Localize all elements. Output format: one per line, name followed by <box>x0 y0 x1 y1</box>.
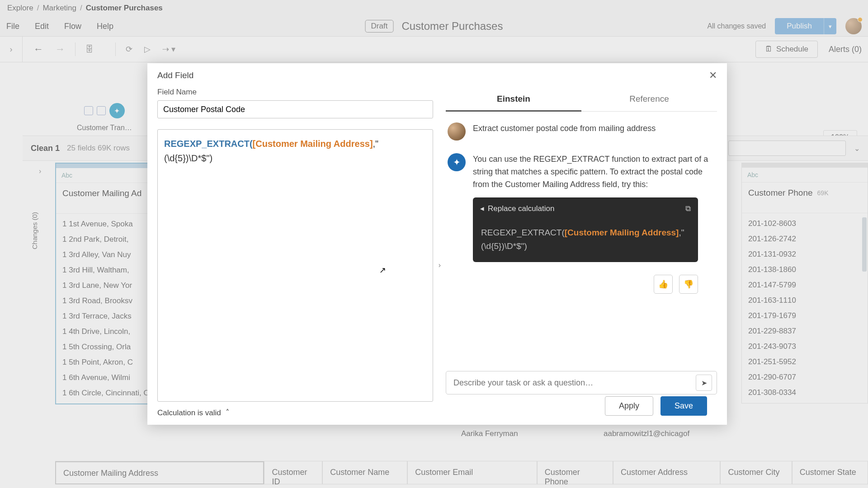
list-item[interactable]: 201-251-5952 <box>742 354 868 370</box>
nav-back-icon[interactable]: ← <box>33 43 43 55</box>
breadcrumb-explore[interactable]: Explore <box>7 4 33 13</box>
nav-forward-icon: → <box>55 43 65 55</box>
user-avatar[interactable] <box>845 18 862 34</box>
user-avatar-icon <box>448 122 466 141</box>
triangle-left-icon[interactable]: ◂ <box>480 203 484 215</box>
clean-step-icon[interactable]: ✦ <box>109 103 125 118</box>
panel-collapse-icon[interactable]: › <box>439 260 441 271</box>
list-item[interactable]: 201-126-2742 <box>742 231 868 247</box>
calendar-icon: 🗓 <box>765 45 773 54</box>
grid-cell-email: aabramowitzl1@chicagof <box>604 429 689 438</box>
field-name-label: Field Name <box>157 88 433 97</box>
type-abc-icon: Abc <box>747 171 758 178</box>
einstein-bot-icon: ✦ <box>448 153 466 171</box>
flow-node-customer-tran[interactable]: ✦ Customer Tran… <box>77 103 132 132</box>
save-status: All changes saved <box>707 22 766 30</box>
apply-button[interactable]: Apply <box>605 396 653 416</box>
copy-icon[interactable]: ⧉ <box>685 203 691 215</box>
field-name-input[interactable] <box>157 100 433 118</box>
type-abc-icon: Abc <box>61 172 72 179</box>
list-item[interactable]: 201-131-0932 <box>742 247 868 262</box>
list-item[interactable]: 201-229-8837 <box>742 324 868 339</box>
tab-reference[interactable]: Reference <box>581 88 717 112</box>
clean-step-name[interactable]: Clean 1 <box>31 144 60 153</box>
profile-search[interactable] <box>728 141 846 156</box>
list-item[interactable]: 201-102-8603 <box>742 216 868 231</box>
expand-caret-icon[interactable]: ⌄ <box>854 144 860 153</box>
col-header-customer-phone[interactable]: Customer Phone <box>537 461 613 484</box>
breadcrumb: Explore / Marketing / Customer Purchases <box>0 0 868 16</box>
column-name: Customer Phone <box>748 188 813 198</box>
col-header-customer-email[interactable]: Customer Email <box>407 461 537 484</box>
run-icon[interactable]: ▷ <box>144 44 151 54</box>
title-bar: File Edit Flow Help Draft Customer Purch… <box>0 16 868 36</box>
toolbar: › ← → 🗄 ⟳ ▷ ⇢ ▾ 🗓 Schedule Alerts (0) <box>0 36 868 62</box>
left-rail-toggle[interactable]: › <box>0 36 23 62</box>
grid-cell-name: Aarika Ferryman <box>461 429 518 438</box>
einstein-prompt-input[interactable] <box>453 378 696 388</box>
col-header-customer-address[interactable]: Customer Address <box>613 461 720 484</box>
changes-rail[interactable]: Changes (0) <box>27 172 42 289</box>
scrollbar[interactable] <box>862 217 867 272</box>
publish-button[interactable]: Publish <box>775 18 824 34</box>
list-item[interactable]: 201-179-1679 <box>742 308 868 324</box>
send-button[interactable]: ➤ <box>696 375 712 391</box>
menu-flow[interactable]: Flow <box>64 22 81 31</box>
alerts-link[interactable]: Alerts (0) <box>829 45 862 54</box>
modal-title: Add Field <box>157 70 193 80</box>
menu-help[interactable]: Help <box>97 22 113 31</box>
tab-einstein[interactable]: Einstein <box>446 88 581 112</box>
col-header-customer-id[interactable]: Customer ID <box>264 461 322 484</box>
breadcrumb-current: Customer Purchases <box>86 4 163 13</box>
node-badge-icon <box>84 106 93 115</box>
breadcrumb-marketing[interactable]: Marketing <box>42 4 76 13</box>
einstein-chat: Extract customer postal code from mailin… <box>446 112 717 371</box>
flow-title: Customer Purchases <box>401 20 503 33</box>
column-card-customer-phone[interactable]: Abc Customer Phone 69K 201-102-8603 201-… <box>741 163 868 404</box>
col-header-customer-name[interactable]: Customer Name <box>322 461 407 484</box>
calculation-valid[interactable]: Calculation is valid˄ <box>157 408 433 418</box>
save-button[interactable]: Save <box>660 396 707 416</box>
list-item[interactable]: 201-138-1860 <box>742 262 868 277</box>
add-field-modal: Add Field ✕ Field Name REGEXP_EXTRACT([C… <box>147 63 727 425</box>
publish-caret[interactable]: ▾ <box>824 18 836 34</box>
node-badge-icon <box>97 106 106 115</box>
code-suggestion-card: ◂ Replace calculation ⧉ REGEXP_EXTRACT([… <box>473 197 698 262</box>
thumbs-up-button[interactable]: 👍 <box>654 275 673 294</box>
refresh-icon[interactable]: ⟳ <box>126 44 132 54</box>
data-grid-header: Customer Mailing Address Customer ID Cus… <box>55 461 868 484</box>
draft-badge: Draft <box>365 20 394 33</box>
list-item[interactable]: 201-147-5799 <box>742 277 868 293</box>
user-message: Extract customer postal code from mailin… <box>473 122 656 135</box>
col-header-customer-city[interactable]: Customer City <box>720 461 792 484</box>
einstein-prompt-row: ➤ <box>446 371 717 394</box>
column-count: 69K <box>817 189 829 197</box>
menu-edit[interactable]: Edit <box>35 22 49 31</box>
chevron-up-icon: ˄ <box>226 408 230 418</box>
col-header-mailing-address[interactable]: Customer Mailing Address <box>55 461 264 484</box>
close-icon[interactable]: ✕ <box>709 70 717 81</box>
mouse-cursor-icon <box>379 264 386 277</box>
schedule-button[interactable]: 🗓 Schedule <box>755 41 818 58</box>
menu-file[interactable]: File <box>6 22 19 31</box>
list-item[interactable]: 201-290-6707 <box>742 370 868 385</box>
col-header-customer-state[interactable]: Customer State <box>792 461 868 484</box>
datasource-icon[interactable]: 🗄 <box>85 45 94 54</box>
clean-meta: 25 fields 69K rows <box>67 144 130 153</box>
column-name: Customer Mailing Ad <box>62 188 142 198</box>
thumbs-down-button[interactable]: 👎 <box>679 275 698 294</box>
list-item[interactable]: 201-308-0334 <box>742 385 868 400</box>
branch-icon[interactable]: ⇢ ▾ <box>162 44 175 54</box>
node-label: Customer Tran… <box>77 124 132 132</box>
bot-message: You can use the REGEXP_EXTRACT function … <box>473 153 715 262</box>
list-item[interactable]: 201-163-1110 <box>742 293 868 308</box>
replace-calculation-link[interactable]: Replace calculation <box>488 203 554 215</box>
calculation-editor[interactable]: REGEXP_EXTRACT([Customer Mailing Address… <box>157 129 433 402</box>
list-item[interactable]: 201-243-9073 <box>742 339 868 354</box>
